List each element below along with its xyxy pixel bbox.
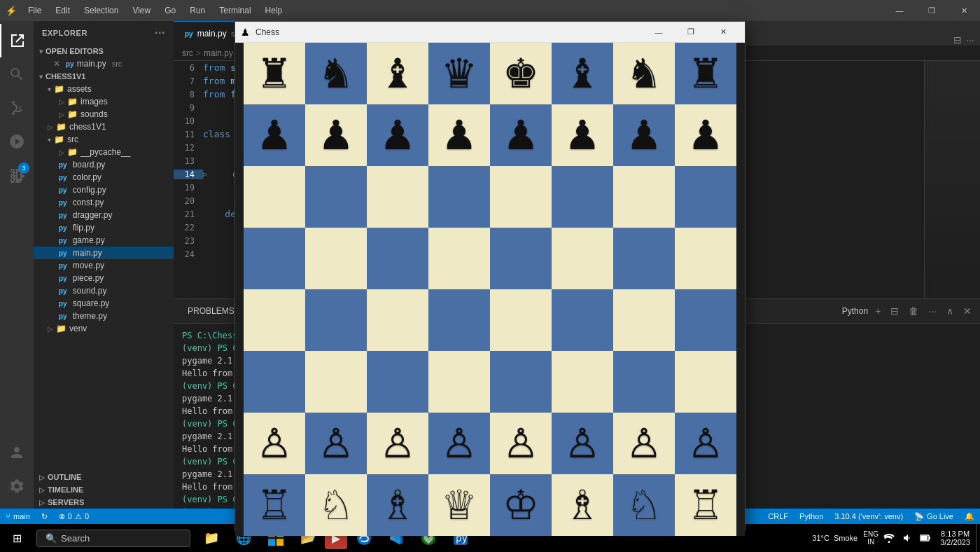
chess-cell-4-2[interactable] [367,289,428,351]
errors-status[interactable]: ⊗ 0 ⚠ 0 [53,509,94,524]
chess-cell-6-1[interactable]: ♙ [305,413,367,474]
chess-cell-3-1[interactable] [305,228,367,289]
menu-terminal[interactable]: Terminal [214,3,256,18]
chess1v1-folder[interactable]: ▷ 📁 chess1V1 [34,120,174,133]
chess-cell-7-0[interactable]: ♖ [244,474,305,536]
chess-cell-1-7[interactable]: ♟ [675,104,736,166]
taskbar-file-explorer[interactable]: 📁 [196,524,227,552]
chess-cell-6-2[interactable]: ♙ [367,413,428,474]
board-py-file[interactable]: py board.py [34,158,174,171]
chess-cell-1-5[interactable]: ♟ [552,104,613,166]
chess-cell-1-3[interactable]: ♟ [428,104,490,166]
terminal-trash-button[interactable]: 🗑 [906,304,921,318]
dragger-py-file[interactable]: py dragger.py [34,209,174,221]
flip-py-file[interactable]: py flip.py [34,221,174,234]
chess-cell-4-1[interactable] [305,289,367,351]
chess-cell-1-0[interactable]: ♟ [244,104,305,166]
chess-cell-3-5[interactable] [552,228,613,289]
restore-button[interactable]: ❐ [916,0,948,21]
settings-activity[interactable] [0,469,34,503]
chess-cell-0-2[interactable]: ♝ [367,43,428,104]
close-editor-button[interactable]: ✕ [53,59,60,69]
show-desktop-button[interactable] [976,524,980,552]
search-activity[interactable] [0,57,34,91]
line-ending-status[interactable]: CRLF [762,509,794,524]
piece-py-file[interactable]: py piece.py [34,272,174,284]
menu-file[interactable]: File [22,3,47,18]
sound-tray-icon[interactable] [898,524,916,552]
chess-cell-0-5[interactable]: ♝ [552,43,613,104]
terminal-split-button[interactable]: ⊟ [888,304,902,318]
chess-cell-0-7[interactable]: ♜ [675,43,736,104]
chess-cell-5-1[interactable] [305,351,367,413]
sync-status[interactable]: ↻ [36,509,53,524]
chess-cell-2-7[interactable] [675,166,736,228]
python-env-status[interactable]: 3.10.4 ('venv': venv) [829,509,909,524]
sidebar-more-button[interactable]: ··· [155,27,165,39]
menu-help[interactable]: Help [260,3,288,18]
chess-cell-2-4[interactable] [490,166,552,228]
explorer-activity[interactable] [0,24,34,57]
chess-cell-5-7[interactable] [675,351,736,413]
language-tray-icon[interactable]: ENG IN [862,524,880,552]
chess-cell-2-0[interactable] [244,166,305,228]
run-debug-activity[interactable] [0,125,34,158]
chess-cell-2-1[interactable] [305,166,367,228]
chess-cell-2-3[interactable] [428,166,490,228]
weather-tray[interactable]: 31°C Smoke [808,524,862,552]
chess-cell-7-7[interactable]: ♖ [675,474,736,536]
chess-cell-7-2[interactable]: ♗ [367,474,428,536]
chess-cell-5-0[interactable] [244,351,305,413]
open-editor-main-py[interactable]: ✕ py main.py src [34,57,174,70]
extensions-activity[interactable]: 3 [0,158,34,192]
more-actions-button[interactable]: ··· [966,34,974,46]
chess-cell-7-6[interactable]: ♘ [613,474,675,536]
chess-cell-0-6[interactable]: ♞ [613,43,675,104]
game-py-file[interactable]: py game.py [34,234,174,247]
chess-restore-button[interactable]: ❐ [675,22,707,43]
move-py-file[interactable]: py move.py [34,259,174,272]
go-live-status[interactable]: 📡 Go Live [909,509,959,524]
menu-view[interactable]: View [127,3,156,18]
timeline-section[interactable]: ▷ TIMELINE [34,483,174,496]
split-editor-button[interactable]: ⊟ [953,34,962,46]
main-py-file[interactable]: py main.py [34,247,174,259]
theme-py-file[interactable]: py theme.py [34,310,174,322]
chess-cell-3-6[interactable] [613,228,675,289]
chess-cell-6-6[interactable]: ♙ [613,413,675,474]
chess-cell-6-4[interactable]: ♙ [490,413,552,474]
close-button[interactable]: ✕ [948,0,980,21]
chess-cell-0-1[interactable]: ♞ [305,43,367,104]
wifi-tray-icon[interactable] [880,524,898,552]
src-folder[interactable]: ▾ 📁 src [34,133,174,146]
problems-tab[interactable]: PROBLEMS [179,303,243,319]
chess-cell-5-5[interactable] [552,351,613,413]
notifications-status[interactable]: 🔔 [959,509,980,524]
minimize-button[interactable]: — [883,0,916,21]
config-py-file[interactable]: py config.py [34,184,174,196]
chess-cell-3-3[interactable] [428,228,490,289]
chess-cell-2-6[interactable] [613,166,675,228]
const-py-file[interactable]: py const.py [34,196,174,209]
chess-board[interactable]: ♜♞♝♛♚♝♞♜♟♟♟♟♟♟♟♟♙♙♙♙♙♙♙♙♖♘♗♕♔♗♘♖ [244,43,736,536]
chess-cell-3-0[interactable] [244,228,305,289]
chess-cell-3-2[interactable] [367,228,428,289]
chess-cell-4-4[interactable] [490,289,552,351]
chess-cell-3-4[interactable] [490,228,552,289]
color-py-file[interactable]: py color.py [34,171,174,184]
servers-section[interactable]: ▷ SERVERS [34,496,174,509]
images-folder[interactable]: ▷ 📁 images [34,95,174,108]
chess-cell-6-3[interactable]: ♙ [428,413,490,474]
chess-cell-5-2[interactable] [367,351,428,413]
chess-cell-5-6[interactable] [613,351,675,413]
chess-cell-1-1[interactable]: ♟ [305,104,367,166]
square-py-file[interactable]: py square.py [34,297,174,310]
chess-cell-4-5[interactable] [552,289,613,351]
menu-run[interactable]: Run [184,3,211,18]
chess-cell-3-7[interactable] [675,228,736,289]
chess-cell-1-4[interactable]: ♟ [490,104,552,166]
chess-cell-0-4[interactable]: ♚ [490,43,552,104]
battery-tray-icon[interactable] [916,524,934,552]
chess-close-button[interactable]: ✕ [707,22,739,43]
terminal-close-button[interactable]: ✕ [960,304,974,318]
